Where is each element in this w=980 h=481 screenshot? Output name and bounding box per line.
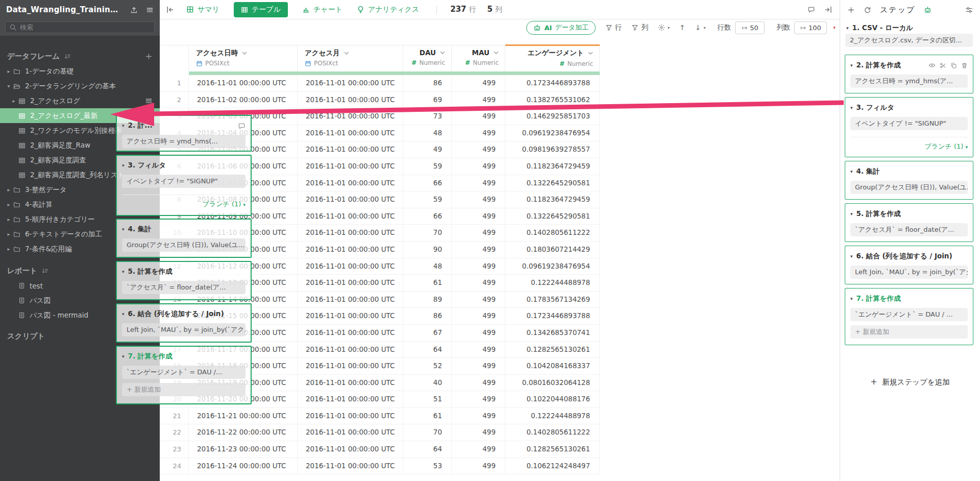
tree-arrow-icon[interactable]: ▸ xyxy=(6,246,12,252)
table-row[interactable]: 132016-11-13 00:00:00 UTC2016-11-01 00:0… xyxy=(160,275,840,292)
rows-limit-input[interactable]: ↦ 50 xyxy=(735,21,765,34)
table-row[interactable]: 42016-11-04 00:00:00 UTC2016-11-01 00:00… xyxy=(160,125,840,142)
copy-step-icon[interactable] xyxy=(950,62,957,69)
tree-arrow-icon[interactable]: ▸ xyxy=(6,217,12,222)
caret-down-icon[interactable]: ▾ xyxy=(850,169,853,174)
caret-down-icon[interactable]: ▾ xyxy=(850,254,853,259)
table-settings-button[interactable]: ▾ xyxy=(658,24,670,31)
column-header-mau[interactable]: MAU #Numeric xyxy=(452,45,505,71)
columns-limit-input[interactable]: ↦ 100 xyxy=(794,21,827,34)
tree-arrow-icon[interactable]: ▸ xyxy=(6,202,12,207)
project-menu-icon[interactable] xyxy=(146,6,154,14)
add-dataframe-icon[interactable] xyxy=(145,53,153,60)
add-substep-chip[interactable]: + 新規追加 xyxy=(850,325,968,339)
column-header-engagement[interactable]: エンゲージメント #Numeric xyxy=(505,45,600,71)
sidebar-item-2-データラングリングの基本[interactable]: ▾2-データラングリングの基本 xyxy=(0,79,160,93)
sidebar-item-パス図[interactable]: パス図 xyxy=(0,293,160,308)
sidebar-item-2_ワクチンのモデル別接種率[interactable]: 2_ワクチンのモデル別接種率 xyxy=(0,123,160,138)
sidebar-item-5-順序付きカテゴリー[interactable]: ▸5-順序付きカテゴリー xyxy=(0,212,160,227)
collapse-panel-icon[interactable] xyxy=(824,6,832,14)
sidebar-item-パス図 - mermaid[interactable]: パス図 - mermaid xyxy=(0,308,160,323)
delete-step-icon[interactable] xyxy=(961,62,968,69)
table-row[interactable]: 22016-11-02 00:00:00 UTC2016-11-01 00:00… xyxy=(160,92,840,109)
step-summary-chip[interactable]: `アクセス月` = floor_date(ア... xyxy=(850,223,968,236)
sort-icon[interactable] xyxy=(42,268,48,274)
table-row[interactable]: 62016-11-06 00:00:00 UTC2016-11-01 00:00… xyxy=(160,158,840,175)
sidebar-item-1-データの基礎[interactable]: ▸1-データの基礎 xyxy=(0,64,160,79)
sidebar-item-2_顧客満足度_Raw[interactable]: 2_顧客満足度_Raw xyxy=(0,138,160,153)
table-row[interactable]: 202016-11-20 00:00:00 UTC2016-11-01 00:0… xyxy=(160,391,840,408)
table-row[interactable]: 92016-11-09 00:00:00 UTC2016-11-01 00:00… xyxy=(160,208,840,225)
table-row[interactable]: 232016-11-23 00:00:00 UTC2016-11-01 00:0… xyxy=(160,441,840,458)
step-card-5[interactable]: ▾5. 計算を作成`アクセス月` = floor_date(ア... xyxy=(845,203,973,242)
tree-arrow-icon[interactable]: ▸ xyxy=(6,231,12,237)
column-menu-icon[interactable] xyxy=(588,52,593,55)
table-row[interactable]: 12016-11-01 00:00:00 UTC2016-11-01 00:00… xyxy=(160,75,840,92)
filter-rows-button[interactable]: 行 xyxy=(605,23,622,32)
caret-down-icon[interactable]: ▾ xyxy=(850,105,853,110)
column-menu-icon[interactable] xyxy=(344,52,349,55)
sidebar-item-7-条件&応用編[interactable]: ▸7-条件&応用編 xyxy=(0,242,160,256)
table-row[interactable]: 192016-11-19 00:00:00 UTC2016-11-01 00:0… xyxy=(160,375,840,392)
sort-icon[interactable] xyxy=(64,53,71,60)
tab-table[interactable]: テーブル xyxy=(234,2,288,17)
column-header-dau[interactable]: DAU #Numeric xyxy=(403,45,452,71)
table-row[interactable]: 82016-11-08 00:00:00 UTC2016-11-01 00:00… xyxy=(160,191,840,208)
step-header[interactable]: ▾2. 計算を作成 xyxy=(850,61,968,70)
table-row[interactable]: 52016-11-05 00:00:00 UTC2016-11-01 00:00… xyxy=(160,141,840,158)
item-menu-icon[interactable] xyxy=(145,97,153,105)
step-1-summary-chip[interactable]: 2_アクセスログ.csv, データの区切... xyxy=(845,34,973,47)
ai-wrangle-button[interactable]: AI データ加工 xyxy=(526,21,596,35)
step-card-3[interactable]: ▾3. フィルタイベントタイプ != "SIGNUP"ブランチ (1) ▾ xyxy=(845,97,973,157)
table-row[interactable]: 142016-11-14 00:00:00 UTC2016-11-01 00:0… xyxy=(160,292,840,308)
ai-robot-icon[interactable] xyxy=(924,6,932,14)
export-up-button[interactable]: ↑ xyxy=(679,23,685,32)
step-header[interactable]: ▾4. 集計 xyxy=(850,167,968,176)
step-1-header[interactable]: ▾1. CSV - ローカル xyxy=(846,23,913,33)
sidebar-item-4-表計算[interactable]: ▸4-表計算 xyxy=(0,197,160,212)
step-card-2[interactable]: ▾2. 計算を作成アクセス日時 = ymd_hms(ア... xyxy=(845,55,973,93)
tree-arrow-icon[interactable]: ▸ xyxy=(6,68,12,74)
step-card-4[interactable]: ▾4. 集計Group(アクセス日時 (日)), Value(ユ... xyxy=(845,161,973,200)
tree-arrow-icon[interactable]: ▾ xyxy=(6,83,12,89)
tab-chart[interactable]: チャート xyxy=(302,5,342,14)
tab-analytics[interactable]: アナリティクス xyxy=(357,5,419,14)
column-header-access-datetime[interactable]: アクセス日時 POSIXct xyxy=(189,45,298,71)
tree-arrow-icon[interactable]: ▸ xyxy=(6,187,12,193)
step-summary-chip[interactable]: Group(アクセス日時 (日)), Value(ユ... xyxy=(850,181,968,194)
table-row[interactable]: 152016-11-15 00:00:00 UTC2016-11-01 00:0… xyxy=(160,308,840,325)
collapse-sidebar-icon[interactable] xyxy=(166,6,174,14)
comment-icon[interactable] xyxy=(807,6,815,13)
table-row[interactable]: 32016-11-03 00:00:00 UTC2016-11-01 00:00… xyxy=(160,108,840,125)
caret-down-icon[interactable]: ▾ xyxy=(850,63,853,68)
step-summary-chip[interactable]: イベントタイプ != "SIGNUP" xyxy=(850,117,968,130)
table-row[interactable]: 72016-11-07 00:00:00 UTC2016-11-01 00:00… xyxy=(160,175,840,192)
table-row[interactable]: 222016-11-22 00:00:00 UTC2016-11-01 00:0… xyxy=(160,424,840,441)
sidebar-item-2_顧客満足度調査[interactable]: 2_顧客満足度調査 xyxy=(0,153,160,167)
step-summary-chip[interactable]: `エンゲージメント` = DAU / ... xyxy=(850,308,968,321)
step-summary-chip[interactable]: アクセス日時 = ymd_hms(ア... xyxy=(850,75,968,88)
sidebar-item-test[interactable]: test xyxy=(0,278,160,293)
project-title[interactable]: Data_Wrangling_Training_... xyxy=(6,5,122,14)
sidebar-item-2_顧客満足度調査_列名リスト[interactable]: 2_顧客満足度調査_列名リスト xyxy=(0,167,160,182)
sidebar-item-6-テキストデータの加工[interactable]: ▸6-テキストデータの加工 xyxy=(0,227,160,242)
table-row[interactable]: 212016-11-21 00:00:00 UTC2016-11-01 00:0… xyxy=(160,408,840,425)
table-row[interactable]: 122016-11-12 00:00:00 UTC2016-11-01 00:0… xyxy=(160,258,840,275)
refresh-steps-icon[interactable] xyxy=(864,6,871,14)
caret-down-icon[interactable]: ▾ xyxy=(846,26,849,31)
export-icon[interactable] xyxy=(130,6,138,14)
column-header-access-month[interactable]: アクセス月 POSIXct xyxy=(298,45,403,71)
step-card-6[interactable]: ▾6. 結合 (列を追加する / Join)Left Join, `MAU`, … xyxy=(845,246,973,284)
table-row[interactable]: 112016-11-11 00:00:00 UTC2016-11-01 00:0… xyxy=(160,242,840,258)
search-input[interactable] xyxy=(20,23,122,31)
sidebar-item-2_アクセスログ[interactable]: ▸2_アクセスログ xyxy=(0,93,160,108)
table-row[interactable]: 172016-11-17 00:00:00 UTC2016-11-01 00:0… xyxy=(160,342,840,358)
column-menu-icon[interactable] xyxy=(242,52,247,55)
table-row[interactable]: 182016-11-18 00:00:00 UTC2016-11-01 00:0… xyxy=(160,358,840,375)
step-summary-chip[interactable]: Left Join, `MAU`, by = join_by(`アク... xyxy=(850,266,968,279)
sidebar-item-3-整然データ[interactable]: ▸3-整然データ xyxy=(0,182,160,197)
step-header[interactable]: ▾7. 計算を作成 xyxy=(850,294,968,303)
tab-summary[interactable]: サマリ xyxy=(186,5,219,14)
column-menu-icon[interactable] xyxy=(440,51,445,55)
step-header[interactable]: ▾3. フィルタ xyxy=(850,103,968,112)
